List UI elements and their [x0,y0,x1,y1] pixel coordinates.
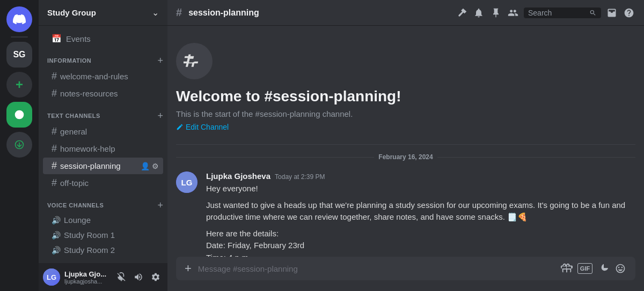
message-content: Ljupka Gjosheva Today at 2:39 PM Hey eve… [206,171,635,257]
avatar: LG [43,268,60,286]
events-label: Events [66,34,91,43]
channel-off-topic[interactable]: # off-topic [43,175,163,191]
voice-channel-study-room-2[interactable]: 🔊 Study Room 2 [43,243,163,257]
message-line2: Just wanted to give a heads up that we'r… [206,199,635,223]
channel-name: homework-help [60,144,115,153]
channel-name: general [60,127,87,136]
main-content: # session-planning [167,0,644,291]
welcome-title: Welcome to #session-planning! [176,88,635,105]
green-server-icon[interactable] [6,102,32,128]
channel-general[interactable]: # general [43,123,163,140]
hash-icon: # [52,126,57,137]
message-author: Ljupka Gjosheva [206,171,270,181]
message-input[interactable] [198,264,554,273]
study-group-server-icon[interactable]: SG [6,42,32,68]
server-sidebar: SG + [0,0,39,291]
channel-header: # session-planning [167,0,644,26]
add-server-button[interactable]: + [6,72,32,98]
voice-channels-label: VOICE CHANNELS [47,202,104,208]
channel-list: 📅 Events INFORMATION + # welcome-and-rul… [39,26,167,263]
add-text-channel-button[interactable]: + [157,111,163,121]
voice-channel-study-room-1[interactable]: 🔊 Study Room 1 [43,228,163,242]
edit-channel-label: Edit Channel [186,123,229,131]
date-line-left [176,157,374,158]
speaker-icon: 🔊 [52,231,61,240]
calendar-icon: 📅 [52,34,62,43]
help-icon[interactable] [623,6,635,19]
add-member-icon[interactable]: 👤 [141,162,150,170]
events-item[interactable]: 📅 Events [43,31,163,47]
text-channels-label: TEXT CHANNELS [47,113,100,119]
date-text: February 16, 2024 [378,153,433,161]
server-divider [11,36,28,38]
pencil-icon [176,123,184,131]
user-discriminator: ljupkagjosha... [64,278,109,285]
members-icon[interactable] [507,6,519,19]
voice-channel-name: Study Room 1 [64,230,115,240]
download-icon[interactable] [6,132,32,158]
information-label: INFORMATION [47,57,91,64]
voice-channel-lounge[interactable]: 🔊 Lounge [43,213,163,227]
text-channels-section-header: TEXT CHANNELS + [39,102,167,123]
channel-name: welcome-and-rules [60,72,128,81]
discord-icon[interactable] [6,6,32,32]
voice-channel-name: Lounge [64,215,91,225]
channel-session-planning[interactable]: # session-planning 👤 ⚙ [43,158,163,174]
voice-channels-section-header: VOICE CHANNELS + [39,192,167,212]
channel-welcome: Welcome to #session-planning! This is th… [176,26,635,145]
add-information-channel-button[interactable]: + [157,56,163,65]
user-bar-icons [114,270,163,285]
server-dropdown-icon: ⌄ [152,8,159,18]
mute-button[interactable] [114,270,129,285]
username: Ljupka Gjo... [64,270,109,278]
messages-area: Welcome to #session-planning! This is th… [167,26,644,257]
gift-icon[interactable] [560,262,573,275]
message-header: Ljupka Gjosheva Today at 2:39 PM [206,171,635,181]
add-voice-channel-button[interactable]: + [157,200,163,210]
channel-name: session-planning [60,161,137,170]
deafen-button[interactable] [131,270,146,285]
channel-notes-resources[interactable]: # notes-resources [43,85,163,102]
channel-action-icons: 👤 ⚙ [141,162,159,170]
message-line1: Hey everyone! [206,183,635,195]
sticker-button[interactable] [597,262,610,275]
search-input[interactable] [528,9,586,17]
hash-icon: # [52,177,57,189]
welcome-desc: This is the start of the #session-planni… [176,109,635,118]
header-icons [455,6,635,19]
gif-button[interactable]: GIF [577,263,592,274]
speaker-icon: 🔊 [52,246,61,255]
message-input-box: + GIF [176,257,635,280]
message-input-area: + GIF [167,257,644,291]
attach-button[interactable]: + [185,263,192,274]
settings-icon[interactable]: ⚙ [152,162,159,170]
avatar-circle: LG [176,171,197,193]
user-bar: LG Ljupka Gjo... ljupkagjosha... [39,263,167,291]
message-time: Today at 2:39 PM [275,173,325,181]
hash-icon: # [52,71,57,82]
emoji-button[interactable] [614,262,627,275]
hash-icon: # [52,88,57,99]
server-header[interactable]: Study Group ⌄ [39,0,167,26]
search-icon [589,9,597,17]
settings-button[interactable] [148,270,163,285]
message-group: LG Ljupka Gjosheva Today at 2:39 PM Hey … [176,169,635,257]
input-right-icons: GIF [560,262,627,275]
hash-icon: # [52,160,57,171]
message-avatar: LG [176,171,197,193]
edit-channel-link[interactable]: Edit Channel [176,123,635,131]
message-text: Hey everyone! Just wanted to give a head… [206,183,635,257]
hash-icon: # [52,143,57,154]
channel-welcome-and-rules[interactable]: # welcome-and-rules [43,68,163,85]
pin-icon[interactable] [489,6,502,19]
voice-channel-name: Study Room 2 [64,245,115,255]
hammer-icon[interactable] [455,6,468,19]
channel-name: off-topic [60,178,89,188]
channel-sidebar: Study Group ⌄ 📅 Events INFORMATION + # w… [39,0,167,291]
speaker-icon: 🔊 [52,216,61,225]
date-divider: February 16, 2024 [176,153,635,161]
bell-icon[interactable] [472,6,485,19]
inbox-icon[interactable] [605,6,618,19]
channel-homework-help[interactable]: # homework-help [43,140,163,157]
search-bar[interactable] [524,8,601,18]
